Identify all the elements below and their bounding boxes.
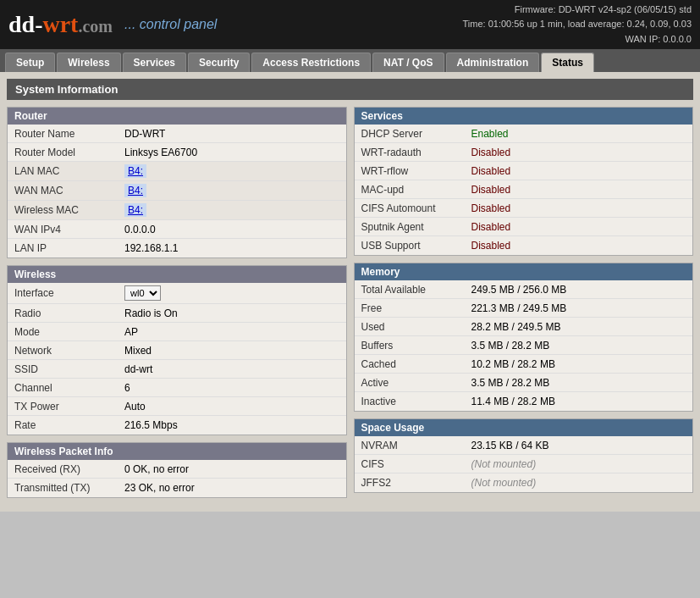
value-ssid: dd-wrt xyxy=(124,363,152,375)
label-rate: Rate xyxy=(14,419,124,431)
tab-wireless[interactable]: Wireless xyxy=(57,53,120,72)
interface-select[interactable]: wl0 xyxy=(124,285,161,301)
label-nvram: NVRAM xyxy=(361,440,471,451)
label-free: Free xyxy=(361,302,471,314)
wireless-packet-block: Wireless Packet Info Received (RX) 0 OK,… xyxy=(7,442,347,498)
row-used: Used 28.2 MB / 249.5 MB xyxy=(355,318,693,336)
row-tx-power: TX Power Auto xyxy=(8,397,346,416)
right-column: Services DHCP Server Enabled WRT-radauth… xyxy=(354,107,694,505)
row-inactive: Inactive 11.4 MB / 28.2 MB xyxy=(355,392,693,411)
value-wan-ipv4: 0.0.0.0 xyxy=(124,224,156,235)
logo-com: .com xyxy=(78,17,113,36)
row-interface: Interface wl0 xyxy=(8,283,346,304)
label-ssid: SSID xyxy=(14,363,124,375)
row-wan-mac: WAN MAC B4: xyxy=(8,181,346,201)
row-sputnik: Sputnik Agent Disabled xyxy=(355,218,693,236)
label-cached: Cached xyxy=(361,358,471,370)
row-cifs: CIFS (Not mounted) xyxy=(355,455,693,473)
row-dhcp: DHCP Server Enabled xyxy=(355,125,693,143)
value-cached: 10.2 MB / 28.2 MB xyxy=(471,358,555,370)
row-nvram: NVRAM 23.15 KB / 64 KB xyxy=(355,436,693,455)
value-wrt-rflow: Disabled xyxy=(471,165,511,177)
tab-access-restrictions[interactable]: Access Restrictions xyxy=(251,53,371,72)
router-block: Router Router Name DD-WRT Router Model L… xyxy=(7,107,347,258)
label-rx: Received (RX) xyxy=(14,463,124,475)
value-cifs: (Not mounted) xyxy=(471,458,537,470)
label-router-model: Router Model xyxy=(14,147,124,158)
row-jffs2: JFFS2 (Not mounted) xyxy=(355,473,693,492)
tab-setup[interactable]: Setup xyxy=(5,53,55,72)
logo: dd-wrt.com xyxy=(8,11,113,38)
row-free: Free 221.3 MB / 249.5 MB xyxy=(355,299,693,318)
memory-title: Memory xyxy=(355,263,693,280)
value-free: 221.3 MB / 249.5 MB xyxy=(471,302,567,314)
value-nvram: 23.15 KB / 64 KB xyxy=(471,440,549,451)
row-lan-ip: LAN IP 192.168.1.1 xyxy=(8,239,346,257)
row-wrt-radauth: WRT-radauth Disabled xyxy=(355,143,693,162)
logo-wrt: wrt xyxy=(42,11,78,37)
label-cifs-automount: CIFS Automount xyxy=(361,202,471,214)
logo-dd: dd- xyxy=(8,11,42,37)
label-cifs: CIFS xyxy=(361,458,471,470)
value-total-available: 249.5 MB / 256.0 MB xyxy=(471,284,567,296)
value-used: 28.2 MB / 249.5 MB xyxy=(471,321,561,333)
row-cached: Cached 10.2 MB / 28.2 MB xyxy=(355,355,693,374)
label-sputnik: Sputnik Agent xyxy=(361,221,471,233)
label-inactive: Inactive xyxy=(361,396,471,407)
value-lan-ip: 192.168.1.1 xyxy=(124,242,178,254)
value-router-name: DD-WRT xyxy=(124,128,165,140)
label-wrt-rflow: WRT-rflow xyxy=(361,165,471,177)
row-lan-mac: LAN MAC B4: xyxy=(8,162,346,181)
label-wrt-radauth: WRT-radauth xyxy=(361,147,471,158)
label-wan-ipv4: WAN IPv4 xyxy=(14,224,124,235)
services-block: Services DHCP Server Enabled WRT-radauth… xyxy=(354,107,694,256)
value-network: Mixed xyxy=(124,345,152,357)
tab-services[interactable]: Services xyxy=(123,53,186,72)
row-cifs-automount: CIFS Automount Disabled xyxy=(355,199,693,218)
firmware-line1: Firmware: DD-WRT v24-sp2 (06/05/15) std xyxy=(463,3,692,18)
label-buffers: Buffers xyxy=(361,340,471,352)
value-tx-power: Auto xyxy=(124,401,146,413)
main-content: System Information Router Router Name DD… xyxy=(0,72,700,512)
tab-administration[interactable]: Administration xyxy=(446,53,540,72)
value-jffs2: (Not mounted) xyxy=(471,477,537,489)
wireless-title: Wireless xyxy=(8,266,346,283)
value-rx: 0 OK, no error xyxy=(124,463,189,475)
value-tx: 23 OK, no error xyxy=(124,482,195,494)
wireless-block: Wireless Interface wl0 Radio Radio is On… xyxy=(7,265,347,435)
value-lan-mac[interactable]: B4: xyxy=(124,164,146,178)
row-wrt-rflow: WRT-rflow Disabled xyxy=(355,162,693,180)
row-wan-ipv4: WAN IPv4 0.0.0.0 xyxy=(8,220,346,239)
row-rx: Received (RX) 0 OK, no error xyxy=(8,460,346,479)
space-usage-title: Space Usage xyxy=(355,419,693,436)
services-title: Services xyxy=(355,108,693,125)
value-active: 3.5 MB / 28.2 MB xyxy=(471,377,550,389)
value-sputnik: Disabled xyxy=(471,221,511,233)
label-radio: Radio xyxy=(14,307,124,319)
label-active: Active xyxy=(361,377,471,389)
tab-security[interactable]: Security xyxy=(188,53,250,72)
value-wan-mac[interactable]: B4: xyxy=(124,184,146,197)
label-interface: Interface xyxy=(14,287,124,299)
label-lan-ip: LAN IP xyxy=(14,242,124,254)
row-mac-upd: MAC-upd Disabled xyxy=(355,180,693,199)
navigation: Setup Wireless Services Security Access … xyxy=(0,49,700,72)
tab-nat-qos[interactable]: NAT / QoS xyxy=(372,53,444,72)
row-channel: Channel 6 xyxy=(8,379,346,397)
content-area: Router Router Name DD-WRT Router Model L… xyxy=(7,107,693,505)
firmware-info: Firmware: DD-WRT v24-sp2 (06/05/15) std … xyxy=(463,3,692,47)
label-tx: Transmitted (TX) xyxy=(14,482,124,494)
value-radio: Radio is On xyxy=(124,307,178,319)
label-network: Network xyxy=(14,345,124,357)
row-active: Active 3.5 MB / 28.2 MB xyxy=(355,374,693,392)
row-wireless-mac: Wireless MAC B4: xyxy=(8,201,346,220)
row-mode: Mode AP xyxy=(8,323,346,341)
header: dd-wrt.com ... control panel Firmware: D… xyxy=(0,0,700,49)
tab-status[interactable]: Status xyxy=(541,53,594,72)
firmware-line2: Time: 01:00:56 up 1 min, load average: 0… xyxy=(463,17,692,32)
label-dhcp: DHCP Server xyxy=(361,128,471,140)
value-wireless-mac[interactable]: B4: xyxy=(124,203,146,217)
label-wireless-mac: Wireless MAC xyxy=(14,204,124,216)
memory-block: Memory Total Available 249.5 MB / 256.0 … xyxy=(354,263,694,412)
firmware-line3: WAN IP: 0.0.0.0 xyxy=(463,32,692,47)
